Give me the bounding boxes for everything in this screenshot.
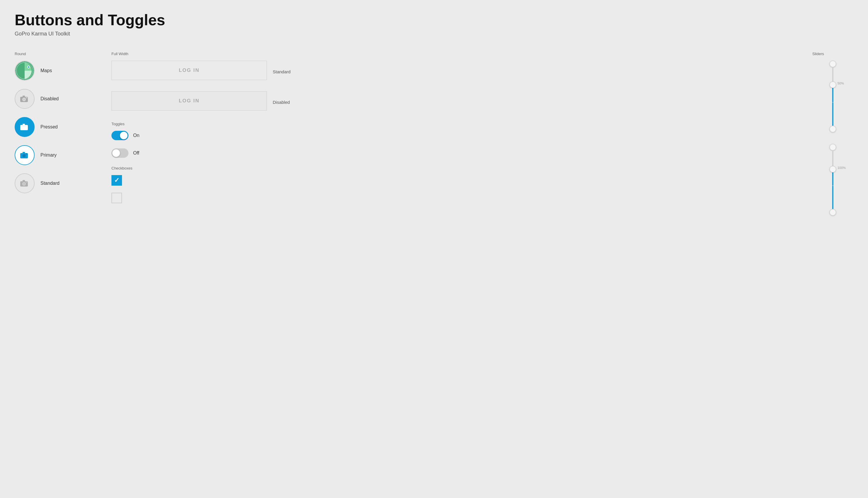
slider2-bottom-thumb[interactable] [830, 209, 836, 215]
toggle-off[interactable] [111, 148, 129, 158]
toggles-section: Toggles On Off [111, 122, 795, 158]
svg-rect-10 [23, 124, 25, 125]
toggle-knob-on [120, 132, 128, 139]
svg-point-19 [23, 183, 25, 185]
toggle-knob-off [112, 149, 120, 157]
round-item-primary: Primary [15, 145, 94, 165]
page-subtitle: GoPro Karma UI Toolkit [15, 31, 853, 37]
round-item-maps: Maps [15, 61, 94, 81]
section-fullwidth: Full Width LOG IN Standard LOG IN Disabl… [94, 52, 812, 210]
sliders-section-label: Sliders [812, 52, 853, 56]
section-sliders: Sliders 50% [812, 52, 853, 227]
round-button-maps[interactable] [15, 61, 35, 81]
fw-row-standard: LOG IN Standard [111, 61, 795, 82]
slider2-mid-thumb[interactable] [830, 166, 836, 172]
svg-rect-16 [26, 153, 27, 155]
slider1-mid-thumb[interactable] [830, 81, 836, 88]
round-button-standard[interactable] [15, 173, 35, 193]
checkbox-unchecked[interactable] [111, 193, 122, 203]
round-item-disabled: Disabled [15, 89, 94, 109]
round-label-disabled: Disabled [40, 96, 59, 102]
fw-label-standard: Standard [273, 69, 291, 74]
slider2-track: 100% [832, 150, 833, 186]
toggles-section-label: Toggles [111, 122, 795, 126]
checkboxes-section: Checkboxes ✓ [111, 166, 795, 203]
slider2-top-thumb[interactable] [830, 144, 836, 150]
page-title: Buttons and Toggles [15, 12, 853, 28]
fullwidth-section-label: Full Width [111, 52, 795, 56]
round-label-standard: Standard [40, 181, 59, 186]
svg-rect-20 [23, 180, 25, 182]
toggle-label-off: Off [133, 150, 139, 156]
login-button-standard[interactable]: LOG IN [111, 61, 267, 80]
toggle-label-on: On [133, 133, 139, 138]
main-layout: Round Maps [15, 52, 853, 227]
slider1-top-thumb[interactable] [830, 61, 836, 67]
fw-label-disabled: Disabled [273, 100, 290, 105]
round-button-disabled[interactable] [15, 89, 35, 109]
svg-rect-6 [26, 97, 27, 98]
round-item-pressed: Pressed [15, 117, 94, 137]
round-item-standard: Standard [15, 173, 94, 193]
toggle-row-off: Off [111, 148, 795, 158]
round-button-primary[interactable] [15, 145, 35, 165]
toggle-row-on: On [111, 131, 795, 140]
svg-rect-11 [26, 125, 27, 127]
toggle-on[interactable] [111, 131, 129, 140]
slider2-percentage: 100% [838, 166, 846, 170]
slider1-percentage: 50% [838, 81, 844, 85]
round-label-primary: Primary [40, 153, 57, 158]
round-button-pressed[interactable] [15, 117, 35, 137]
svg-point-4 [23, 98, 25, 101]
svg-rect-5 [23, 96, 25, 97]
slider2-bottom-fill [832, 186, 833, 209]
checkbox-checked[interactable]: ✓ [111, 175, 122, 186]
fw-row-disabled: LOG IN Disabled [111, 91, 795, 113]
round-section-label: Round [15, 52, 94, 56]
checkboxes-section-label: Checkboxes [111, 166, 795, 170]
slider1-track: 50% [832, 67, 833, 102]
svg-rect-15 [23, 152, 25, 153]
round-label-maps: Maps [40, 68, 52, 73]
svg-rect-21 [26, 182, 27, 183]
checkmark-icon: ✓ [114, 177, 119, 184]
svg-point-9 [23, 127, 25, 129]
slider1-bottom-thumb[interactable] [830, 126, 836, 132]
svg-point-14 [23, 155, 25, 157]
login-button-disabled[interactable]: LOG IN [111, 91, 267, 110]
round-label-pressed: Pressed [40, 124, 58, 130]
slider1-bottom-fill [832, 102, 833, 126]
section-round: Round Maps [15, 52, 94, 201]
